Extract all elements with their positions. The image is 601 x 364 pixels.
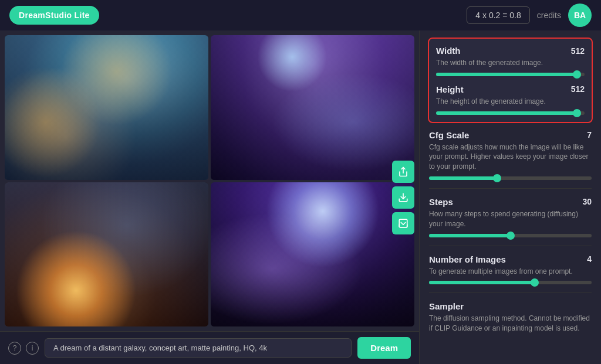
action-buttons <box>392 161 414 234</box>
right-panel: Width 512 The width of the generated ima… <box>419 30 601 364</box>
steps-slider-fill <box>429 234 511 237</box>
num-images-header: Number of Images 4 <box>429 254 592 264</box>
credits-area: 4 x 0.2 = 0.8 credits BA <box>467 4 592 27</box>
height-label: Height <box>436 84 464 94</box>
normal-settings: Cfg Scale 7 Cfg scale adjusts how much t… <box>428 130 593 346</box>
image-area: ? i Dream <box>0 30 419 364</box>
logo-button[interactable]: DreamStudio Lite <box>9 6 99 25</box>
cfg-scale-value: 7 <box>587 130 592 140</box>
share-button[interactable] <box>392 161 414 183</box>
height-description: The height of the generated image. <box>436 97 585 107</box>
num-images-description: To generate multiple images from one pro… <box>429 267 592 277</box>
height-value: 512 <box>571 84 585 94</box>
width-slider-track[interactable] <box>436 73 585 76</box>
help-info-icon[interactable]: i <box>26 342 39 355</box>
num-images-slider-fill <box>429 281 535 284</box>
avatar[interactable]: BA <box>568 4 592 27</box>
download-alt-button[interactable] <box>392 212 414 234</box>
prompt-input[interactable] <box>45 338 352 358</box>
height-setting: Height 512 The height of the generated i… <box>436 84 585 115</box>
width-label: Width <box>436 46 461 56</box>
credits-value: 4 x 0.2 = 0.8 <box>467 6 529 24</box>
svg-rect-2 <box>399 219 407 227</box>
cfg-scale-setting: Cfg Scale 7 Cfg scale adjusts how much t… <box>429 130 592 189</box>
height-slider-track[interactable] <box>436 111 585 115</box>
image-grid <box>0 30 419 331</box>
steps-value: 30 <box>582 197 592 206</box>
num-images-value: 4 <box>587 254 592 264</box>
cfg-scale-description: Cfg scale adjusts how much the image wil… <box>429 142 592 172</box>
width-slider-fill <box>436 73 577 76</box>
steps-label: Steps <box>429 197 453 207</box>
steps-slider-thumb[interactable] <box>507 232 515 240</box>
generated-image-4[interactable] <box>211 182 414 327</box>
width-slider-thumb[interactable] <box>573 70 581 79</box>
num-images-slider-track[interactable] <box>429 281 592 284</box>
dream-button[interactable]: Dream <box>357 337 411 359</box>
cfg-scale-slider-thumb[interactable] <box>493 174 501 182</box>
bottom-bar: ? i Dream <box>0 331 419 364</box>
width-header: Width 512 <box>436 46 585 56</box>
num-images-setting: Number of Images 4 To generate multiple … <box>429 254 592 294</box>
width-setting: Width 512 The width of the generated ima… <box>436 46 585 76</box>
steps-setting: Steps 30 How many steps to spend generat… <box>429 197 592 246</box>
cfg-scale-slider-track[interactable] <box>429 176 592 180</box>
sampler-setting: Sampler The diffusion sampling method. C… <box>429 301 592 346</box>
generated-image-1[interactable] <box>5 35 208 180</box>
main-layout: ? i Dream Width 512 The width of the gen… <box>0 30 601 364</box>
help-icons: ? i <box>8 342 39 355</box>
cfg-scale-label: Cfg Scale <box>429 130 469 140</box>
sampler-label: Sampler <box>429 301 464 311</box>
credits-label: credits <box>537 11 561 20</box>
generated-image-2[interactable] <box>211 35 414 180</box>
width-value: 512 <box>571 46 585 56</box>
header: DreamStudio Lite 4 x 0.2 = 0.8 credits B… <box>0 0 601 30</box>
help-question-icon[interactable]: ? <box>8 342 21 355</box>
cfg-scale-header: Cfg Scale 7 <box>429 130 592 140</box>
height-slider-fill <box>436 111 577 115</box>
highlighted-settings: Width 512 The width of the generated ima… <box>428 38 593 123</box>
cfg-scale-slider-fill <box>429 176 497 180</box>
width-description: The width of the generated image. <box>436 58 585 68</box>
height-slider-thumb[interactable] <box>573 109 581 117</box>
steps-slider-track[interactable] <box>429 234 592 237</box>
steps-description: How many steps to spend generating (diff… <box>429 209 592 229</box>
generated-image-3[interactable] <box>5 182 208 327</box>
height-header: Height 512 <box>436 84 585 94</box>
num-images-label: Number of Images <box>429 254 506 264</box>
download-button[interactable] <box>392 186 414 209</box>
num-images-slider-thumb[interactable] <box>531 278 539 287</box>
steps-header: Steps 30 <box>429 197 592 207</box>
sampler-description: The diffusion sampling method. Cannot be… <box>429 314 592 334</box>
sampler-header: Sampler <box>429 301 592 311</box>
